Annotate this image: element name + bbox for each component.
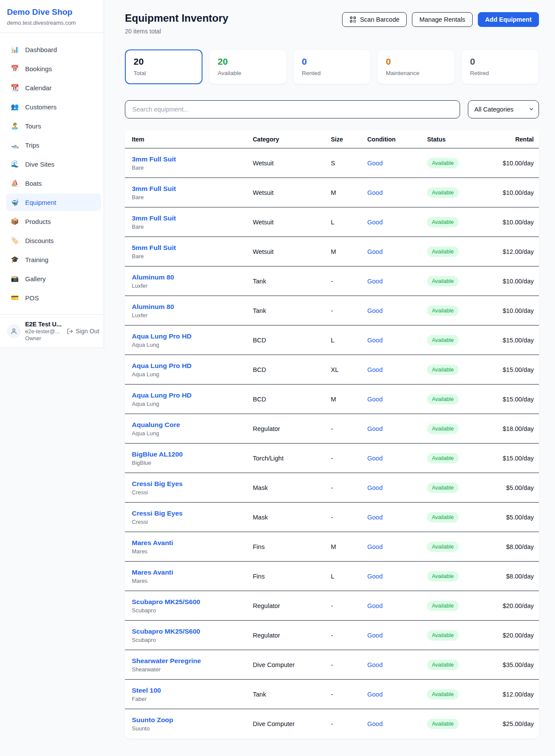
item-name-link[interactable]: Mares Avanti <box>132 539 253 547</box>
add-equipment-button[interactable]: Add Equipment <box>478 12 539 27</box>
status-badge: Available <box>427 689 459 700</box>
item-brand: Mares <box>132 578 253 584</box>
status-badge: Available <box>427 571 459 582</box>
size-cell: - <box>331 661 367 668</box>
item-name-link[interactable]: Mares Avanti <box>132 569 253 576</box>
rental-price: $15.00/day <box>483 337 534 344</box>
condition-link[interactable]: Good <box>367 189 427 196</box>
size-cell: M <box>331 396 367 403</box>
condition-link[interactable]: Good <box>367 337 427 344</box>
condition-link[interactable]: Good <box>367 514 427 521</box>
calendar-icon: 📆 <box>10 84 19 92</box>
condition-link[interactable]: Good <box>367 602 427 609</box>
item-name-link[interactable]: Aqualung Core <box>132 421 253 429</box>
size-cell: XL <box>331 366 367 373</box>
stat-card[interactable]: 0 Maintenance <box>377 49 455 84</box>
item-name-link[interactable]: 3mm Full Suit <box>132 214 253 222</box>
item-name-link[interactable]: 3mm Full Suit <box>132 185 253 193</box>
size-cell: - <box>331 425 367 432</box>
condition-link[interactable]: Good <box>367 366 427 373</box>
item-name-link[interactable]: Cressi Big Eyes <box>132 509 253 517</box>
item-brand: BigBlue <box>132 460 253 466</box>
status-badge: Available <box>427 630 459 641</box>
item-name-link[interactable]: 5mm Full Suit <box>132 244 253 252</box>
sidebar-item[interactable]: 🏷️ Discounts <box>6 232 101 249</box>
sign-out-button[interactable]: Sign Out <box>67 328 100 335</box>
rental-price: $25.00/day <box>483 720 534 727</box>
rental-price: $20.00/day <box>483 632 534 639</box>
item-name-link[interactable]: Shearwater Peregrine <box>132 657 253 665</box>
condition-link[interactable]: Good <box>367 691 427 698</box>
status-cell: Available <box>427 571 483 582</box>
training-icon: 🎓 <box>10 256 19 263</box>
item-name-link[interactable]: Steel 100 <box>132 687 253 694</box>
logout-icon <box>67 328 73 335</box>
item-cell: Mares Avanti Mares <box>132 539 253 555</box>
sidebar-item[interactable]: 📸 Gallery <box>6 270 101 287</box>
condition-link[interactable]: Good <box>367 307 427 314</box>
category-select[interactable]: All Categories <box>468 100 539 118</box>
condition-link[interactable]: Good <box>367 543 427 550</box>
sidebar-item[interactable]: 🌊 Dive Sites <box>6 155 101 173</box>
sidebar-item[interactable]: 📊 Dashboard <box>6 41 101 58</box>
item-cell: Cressi Big Eyes Cressi <box>132 480 253 496</box>
condition-link[interactable]: Good <box>367 455 427 462</box>
stat-card[interactable]: 0 Rented <box>293 49 371 84</box>
stat-card[interactable]: 0 Retired <box>461 49 539 84</box>
item-cell: Aqua Lung Pro HD Aqua Lung <box>132 332 253 348</box>
status-badge: Available <box>427 306 459 316</box>
page-header: Equipment Inventory 20 items total Scan … <box>125 12 539 35</box>
sidebar-item[interactable]: 🤿 Equipment <box>6 194 101 211</box>
rental-price: $35.00/day <box>483 661 534 668</box>
item-name-link[interactable]: Aqua Lung Pro HD <box>132 391 253 399</box>
condition-link[interactable]: Good <box>367 248 427 255</box>
item-name-link[interactable]: Cressi Big Eyes <box>132 480 253 488</box>
rental-price: $10.00/day <box>483 219 534 226</box>
item-name-link[interactable]: Scubapro MK25/S600 <box>132 628 253 635</box>
condition-link[interactable]: Good <box>367 425 427 432</box>
item-name-link[interactable]: Aluminum 80 <box>132 303 253 311</box>
item-name-link[interactable]: Aqua Lung Pro HD <box>132 362 253 370</box>
rental-price: $8.00/day <box>483 573 534 580</box>
condition-link[interactable]: Good <box>367 160 427 167</box>
condition-link[interactable]: Good <box>367 219 427 226</box>
item-name-link[interactable]: Aluminum 80 <box>132 273 253 281</box>
manage-rentals-button[interactable]: Manage Rentals <box>412 12 473 27</box>
condition-link[interactable]: Good <box>367 396 427 403</box>
status-cell: Available <box>427 660 483 670</box>
sidebar-item[interactable]: 💳 POS <box>6 289 101 306</box>
sidebar-item[interactable]: 🛥️ Trips <box>6 136 101 154</box>
search-input[interactable] <box>125 100 460 118</box>
sidebar-item-label: Boats <box>25 180 42 187</box>
table-row: Cressi Big Eyes Cressi Mask - Good Avail… <box>125 473 539 503</box>
scan-barcode-button[interactable]: Scan Barcode <box>342 12 407 27</box>
sidebar-item[interactable]: 📦 Products <box>6 213 101 230</box>
condition-link[interactable]: Good <box>367 720 427 727</box>
condition-link[interactable]: Good <box>367 484 427 491</box>
condition-link[interactable]: Good <box>367 632 427 639</box>
sidebar-item-label: Bookings <box>25 65 52 72</box>
shop-domain: demo.test.divestreams.com <box>7 20 97 26</box>
condition-link[interactable]: Good <box>367 278 427 285</box>
item-cell: Scubapro MK25/S600 Scubapro <box>132 598 253 614</box>
stat-card[interactable]: 20 Total <box>125 49 202 84</box>
sidebar-item[interactable]: 📆 Calendar <box>6 79 101 96</box>
condition-link[interactable]: Good <box>367 573 427 580</box>
item-name-link[interactable]: Suunto Zoop <box>132 716 253 724</box>
condition-link[interactable]: Good <box>367 661 427 668</box>
status-cell: Available <box>427 719 483 729</box>
item-name-link[interactable]: Aqua Lung Pro HD <box>132 332 253 340</box>
stat-card[interactable]: 20 Available <box>209 49 287 84</box>
rental-price: $5.00/day <box>483 514 534 521</box>
sidebar-item[interactable]: 📅 Bookings <box>6 60 101 77</box>
sidebar-item[interactable]: ⛵ Boats <box>6 174 101 192</box>
size-cell: M <box>331 543 367 550</box>
sidebar-item-label: Equipment <box>25 199 56 206</box>
item-name-link[interactable]: BigBlue AL1200 <box>132 450 253 458</box>
sidebar-item[interactable]: 🏝️ Tours <box>6 117 101 135</box>
item-name-link[interactable]: 3mm Full Suit <box>132 155 253 163</box>
sidebar-item[interactable]: 👥 Customers <box>6 98 101 115</box>
status-badge: Available <box>427 660 459 670</box>
item-name-link[interactable]: Scubapro MK25/S600 <box>132 598 253 606</box>
sidebar-item[interactable]: 🎓 Training <box>6 251 101 268</box>
